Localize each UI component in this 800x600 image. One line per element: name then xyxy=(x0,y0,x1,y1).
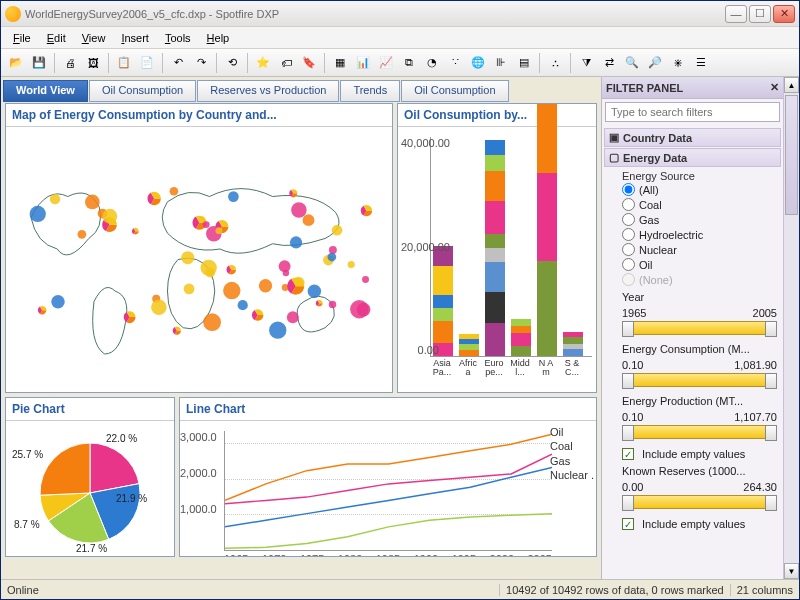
scroll-down-icon[interactable]: ▼ xyxy=(784,563,799,579)
include-empty-checkbox[interactable]: ✓Include empty values xyxy=(622,517,779,531)
hierarchy-icon[interactable]: ⛯ xyxy=(667,52,689,74)
energy-source-option[interactable]: Nuclear xyxy=(622,242,779,257)
menu-tools[interactable]: Tools xyxy=(157,30,199,46)
filter-group-country[interactable]: ▣Country Data xyxy=(604,128,781,147)
svg-point-39 xyxy=(357,303,371,317)
svg-point-29 xyxy=(303,214,315,226)
print-icon[interactable]: 🖨 xyxy=(59,52,81,74)
svg-point-34 xyxy=(151,300,167,316)
tag2-icon[interactable]: 🔖 xyxy=(298,52,320,74)
barchart-icon[interactable]: 📊 xyxy=(352,52,374,74)
pie-slice-label: 21.9 % xyxy=(116,493,147,504)
minimize-button[interactable]: — xyxy=(725,5,747,23)
tab-world-view[interactable]: World View xyxy=(3,80,88,102)
redo-icon[interactable]: ↷ xyxy=(190,52,212,74)
filter-slider[interactable]: 19652005 xyxy=(622,307,777,335)
status-online: Online xyxy=(7,584,39,596)
filter-slider[interactable]: 0.00264.30 xyxy=(622,481,777,509)
undo-icon[interactable]: ↶ xyxy=(167,52,189,74)
svg-point-35 xyxy=(78,230,87,239)
titlebar: WorldEnergySurvey2006_v5_cfc.dxp - Spotf… xyxy=(1,1,799,27)
svg-point-8 xyxy=(332,225,343,236)
list-icon[interactable]: ☰ xyxy=(690,52,712,74)
svg-point-38 xyxy=(228,191,239,202)
paste-icon[interactable]: 📄 xyxy=(136,52,158,74)
energy-source-option[interactable]: (None) xyxy=(622,272,779,287)
details-icon[interactable]: 🔍 xyxy=(621,52,643,74)
svg-point-28 xyxy=(327,253,336,262)
tab-oil-consumption-2[interactable]: Oil Consumption xyxy=(401,80,508,102)
maximize-button[interactable]: ☐ xyxy=(749,5,771,23)
svg-point-20 xyxy=(308,285,321,298)
filter-slider[interactable]: 0.101,081.90 xyxy=(622,359,777,387)
status-rows: 10492 of 10492 rows of data, 0 rows mark… xyxy=(499,584,724,596)
export-icon[interactable]: 🖼 xyxy=(82,52,104,74)
filter-group-energy[interactable]: ▢Energy Data xyxy=(604,148,781,167)
scroll-thumb[interactable] xyxy=(785,95,798,215)
combo-icon[interactable]: ⧉ xyxy=(398,52,420,74)
energy-source-option[interactable]: Coal xyxy=(622,197,779,212)
svg-point-33 xyxy=(85,195,100,210)
svg-point-23 xyxy=(259,279,272,292)
filter-slider[interactable]: 0.101,107.70 xyxy=(622,411,777,439)
filter-search-input[interactable] xyxy=(605,102,780,122)
slider-icon[interactable]: ⇄ xyxy=(598,52,620,74)
reset-icon[interactable]: ⟲ xyxy=(221,52,243,74)
menubar: File Edit View Insert Tools Help xyxy=(1,27,799,49)
line-ytick: 3,000.0 xyxy=(180,431,216,443)
filter-close-icon[interactable]: ✕ xyxy=(770,81,779,94)
bar-panel: Oil Consumption by... 40,000.00 20,000.0… xyxy=(397,103,597,393)
funnel-icon[interactable]: ⧩ xyxy=(575,52,597,74)
close-button[interactable]: ✕ xyxy=(773,5,795,23)
pie-panel: Pie Chart 22.0 %21.9 %21.7 %8.7 %25.7 % xyxy=(5,397,175,557)
energy-source-option[interactable]: Hydroelectric xyxy=(622,227,779,242)
svg-point-24 xyxy=(329,301,336,308)
svg-point-13 xyxy=(170,187,179,196)
world-map[interactable] xyxy=(6,127,392,392)
menu-file[interactable]: File xyxy=(5,30,39,46)
scroll-up-icon[interactable]: ▲ xyxy=(784,77,799,93)
line-chart[interactable]: 3,000.0 2,000.0 1,000.0 1965197019751980… xyxy=(180,421,596,557)
filter-slider-label: Known Reserves (1000... xyxy=(604,463,781,479)
pie-slice-label: 8.7 % xyxy=(14,519,40,530)
tab-oil-consumption[interactable]: Oil Consumption xyxy=(89,80,196,102)
menu-help[interactable]: Help xyxy=(199,30,238,46)
toolbar: 📂 💾 🖨 🖼 📋 📄 ↶ ↷ ⟲ ⭐ 🏷 🔖 ▦ 📊 📈 ⧉ ◔ ∵ 🌐 ⊪ … xyxy=(1,49,799,77)
globe-icon[interactable]: 🌐 xyxy=(467,52,489,74)
line-panel: Line Chart 3,000.0 2,000.0 1,000.0 xyxy=(179,397,597,557)
piechart-icon[interactable]: ◔ xyxy=(421,52,443,74)
tag-icon[interactable]: 🏷 xyxy=(275,52,297,74)
svg-point-25 xyxy=(290,236,302,248)
table-icon[interactable]: ▦ xyxy=(329,52,351,74)
tab-reserves-vs-production[interactable]: Reserves vs Production xyxy=(197,80,339,102)
linechart-icon[interactable]: 📈 xyxy=(375,52,397,74)
energy-source-option[interactable]: Gas xyxy=(622,212,779,227)
energy-source-option[interactable]: (All) xyxy=(622,182,779,197)
open-icon[interactable]: 📂 xyxy=(5,52,27,74)
bar-chart[interactable]: 40,000.00 20,000.00 0.00 Asia Pa...Afric… xyxy=(398,127,596,392)
truncate-icon[interactable]: ⛬ xyxy=(544,52,566,74)
tab-trends[interactable]: Trends xyxy=(340,80,400,102)
menu-view[interactable]: View xyxy=(74,30,114,46)
include-empty-checkbox[interactable]: ✓Include empty values xyxy=(622,447,779,461)
candle-icon[interactable]: ⊪ xyxy=(490,52,512,74)
scatter-icon[interactable]: ∵ xyxy=(444,52,466,74)
menu-insert[interactable]: Insert xyxy=(113,30,157,46)
page-tabs: World View Oil Consumption Reserves vs P… xyxy=(3,79,599,101)
bookmark-icon[interactable]: ⭐ xyxy=(252,52,274,74)
energy-source-option[interactable]: Oil xyxy=(622,257,779,272)
line-ytick: 1,000.0 xyxy=(180,503,216,515)
heat-icon[interactable]: ▤ xyxy=(513,52,535,74)
pie-chart[interactable]: 22.0 %21.9 %21.7 %8.7 %25.7 % xyxy=(6,421,174,557)
zoom-icon[interactable]: 🔎 xyxy=(644,52,666,74)
filter-panel-title: FILTER PANEL xyxy=(606,82,683,94)
line-legend-item: Oil xyxy=(550,425,594,439)
line-title: Line Chart xyxy=(180,398,596,421)
filter-panel: FILTER PANEL ✕ ▣Country Data ▢Energy Dat… xyxy=(601,77,799,579)
save-icon[interactable]: 💾 xyxy=(28,52,50,74)
svg-point-4 xyxy=(181,251,194,264)
filter-scrollbar[interactable]: ▲ ▼ xyxy=(783,77,799,579)
svg-point-27 xyxy=(103,209,118,224)
menu-edit[interactable]: Edit xyxy=(39,30,74,46)
copy-icon[interactable]: 📋 xyxy=(113,52,135,74)
